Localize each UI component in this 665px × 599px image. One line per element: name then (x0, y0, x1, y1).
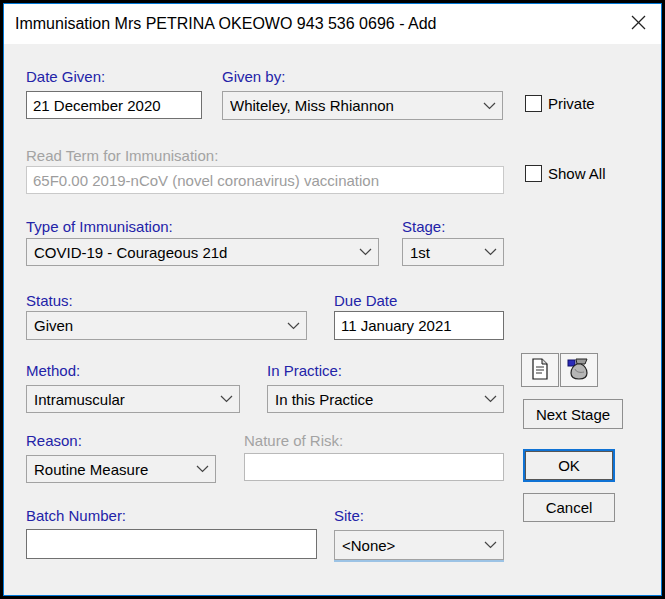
reason-dropdown[interactable]: Routine Measure (26, 455, 216, 483)
in-practice-label: In Practice: (267, 362, 342, 379)
due-date-input[interactable] (334, 311, 504, 340)
method-label: Method: (26, 362, 80, 379)
dialog-body: Date Given: Given by: Whiteley, Miss Rhi… (4, 44, 661, 595)
private-checkbox[interactable]: Private (525, 95, 595, 112)
in-practice-dropdown[interactable]: In this Practice (267, 385, 504, 413)
show-all-checkbox[interactable]: Show All (525, 165, 606, 182)
in-practice-value: In this Practice (275, 391, 477, 408)
date-given-label: Date Given: (26, 68, 105, 85)
type-of-immunisation-value: COVID-19 - Courageous 21d (34, 244, 352, 261)
show-all-checkbox-label: Show All (548, 165, 606, 182)
given-by-label: Given by: (222, 68, 285, 85)
chevron-down-icon (477, 395, 503, 403)
status-label: Status: (26, 292, 73, 309)
window-title: Immunisation Mrs PETRINA OKEOWO 943 536 … (4, 15, 437, 33)
medicine-bag-icon (567, 357, 591, 384)
title-bar: Immunisation Mrs PETRINA OKEOWO 943 536 … (4, 4, 661, 44)
type-of-immunisation-label: Type of Immunisation: (26, 218, 173, 235)
ok-button[interactable]: OK (523, 449, 615, 482)
status-value: Given (34, 317, 280, 334)
notes-document-button[interactable] (521, 353, 559, 387)
stage-label: Stage: (402, 218, 445, 235)
method-dropdown[interactable]: Intramuscular (26, 385, 240, 413)
given-by-value: Whiteley, Miss Rhiannon (230, 97, 476, 114)
method-value: Intramuscular (34, 391, 213, 408)
nature-of-risk-label: Nature of Risk: (244, 432, 343, 449)
close-button[interactable] (615, 4, 661, 44)
status-dropdown[interactable]: Given (26, 311, 307, 340)
stage-value: 1st (410, 244, 477, 261)
type-of-immunisation-dropdown[interactable]: COVID-19 - Courageous 21d (26, 238, 379, 266)
immunisation-add-dialog: Immunisation Mrs PETRINA OKEOWO 943 536 … (0, 0, 665, 599)
medicine-bag-button[interactable] (560, 353, 598, 387)
site-value: <None> (342, 537, 477, 554)
chevron-down-icon (213, 395, 239, 403)
show-all-checkbox-box[interactable] (525, 165, 542, 182)
given-by-dropdown[interactable]: Whiteley, Miss Rhiannon (222, 91, 503, 120)
reason-value: Routine Measure (34, 461, 189, 478)
site-dropdown[interactable]: <None> (334, 530, 504, 560)
date-given-input[interactable] (26, 91, 202, 119)
cancel-button[interactable]: Cancel (523, 493, 615, 522)
due-date-label: Due Date (334, 292, 397, 309)
read-term-label: Read Term for Immunisation: (26, 147, 218, 164)
chevron-down-icon (477, 541, 503, 549)
batch-number-label: Batch Number: (26, 507, 126, 524)
document-icon (531, 358, 549, 383)
reason-label: Reason: (26, 432, 82, 449)
batch-number-input[interactable] (26, 529, 317, 559)
private-checkbox-box[interactable] (525, 95, 542, 112)
chevron-down-icon (189, 465, 215, 473)
chevron-down-icon (352, 248, 378, 256)
nature-of-risk-input (244, 453, 504, 481)
site-label: Site: (334, 507, 364, 524)
stage-dropdown[interactable]: 1st (402, 238, 504, 266)
private-checkbox-label: Private (548, 95, 595, 112)
chevron-down-icon (477, 248, 503, 256)
next-stage-button[interactable]: Next Stage (523, 399, 623, 429)
read-term-input (26, 166, 504, 194)
chevron-down-icon (476, 102, 502, 110)
close-icon (631, 15, 646, 33)
chevron-down-icon (280, 322, 306, 330)
